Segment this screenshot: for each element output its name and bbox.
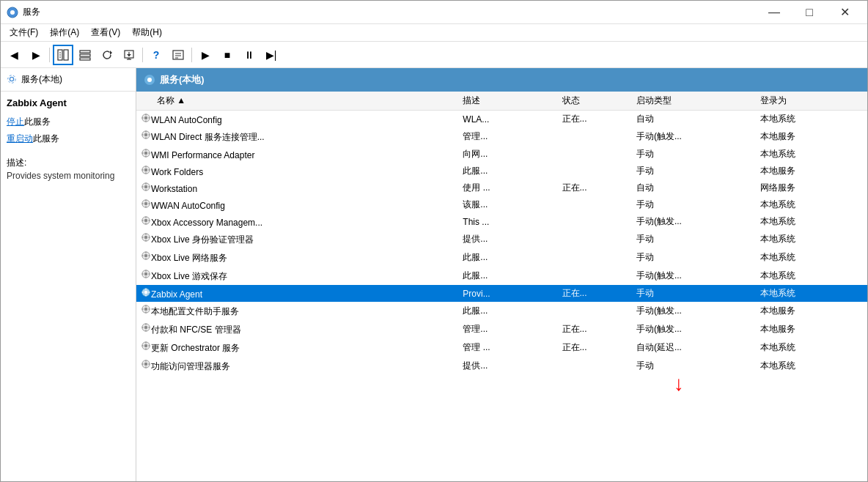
table-row[interactable]: 本地配置文件助手服务此服...手动(触发...本地服务 <box>136 302 867 320</box>
service-desc: This ... <box>458 213 557 230</box>
table-row[interactable]: Workstation使用 ...正在...自动网络服务 <box>136 179 867 196</box>
service-status <box>558 248 632 267</box>
svg-rect-2 <box>12 7 13 10</box>
menu-action[interactable]: 操作(A) <box>44 25 85 40</box>
content-header-icon <box>144 74 155 86</box>
pause-button[interactable]: ⏸ <box>239 45 260 65</box>
service-status <box>558 302 632 320</box>
service-icon <box>141 306 151 316</box>
service-status <box>558 357 632 375</box>
view-toggle-button[interactable] <box>75 45 95 65</box>
table-row[interactable]: Xbox Live 游戏保存此服...手动(触发...本地系统 <box>136 267 867 285</box>
service-status <box>558 196 632 213</box>
stop-button[interactable]: ■ <box>217 45 238 65</box>
sidebar-desc-label: 描述: <box>7 157 130 169</box>
service-status: 正在... <box>558 338 632 357</box>
service-icon <box>141 253 151 263</box>
svg-point-47 <box>144 168 147 171</box>
menu-help[interactable]: 帮助(H) <box>126 25 168 40</box>
play-button[interactable]: ▶ <box>195 45 216 65</box>
service-desc: 提供... <box>458 230 557 248</box>
restart-service-link[interactable]: 重启动 <box>7 133 33 144</box>
svg-rect-12 <box>80 54 90 56</box>
col-header-startup[interactable]: 启动类型 <box>632 92 756 111</box>
svg-point-83 <box>144 272 147 275</box>
svg-rect-5 <box>15 12 18 13</box>
table-row[interactable]: WWAN AutoConfig该服...手动本地系统 <box>136 196 867 213</box>
toolbar-separator-1 <box>49 48 50 62</box>
console-tree-button[interactable] <box>53 45 73 65</box>
window-title: 服务 <box>23 6 757 18</box>
table-row[interactable]: WLAN AutoConfigWLA...正在...自动本地系统 <box>136 111 867 128</box>
service-login: 本地系统 <box>756 146 867 163</box>
service-name: WMI Performance Adapter <box>151 150 254 160</box>
resume-button[interactable]: ▶| <box>261 45 282 65</box>
svg-rect-3 <box>12 15 13 18</box>
back-button[interactable]: ◀ <box>4 45 24 65</box>
col-header-login[interactable]: 登录为 <box>756 92 867 111</box>
service-icon <box>141 201 151 211</box>
minimize-button[interactable]: — <box>757 1 791 24</box>
table-row[interactable]: Xbox Live 身份验证管理器提供...手动本地系统 <box>136 230 867 248</box>
svg-point-65 <box>144 219 147 222</box>
service-login: 本地系统 <box>756 230 867 248</box>
toolbar: ◀ ▶ <box>1 42 867 68</box>
service-name: Work Folders <box>151 167 203 177</box>
service-login: 本地服务 <box>756 163 867 179</box>
menu-file[interactable]: 文件(F) <box>4 25 44 40</box>
import-button[interactable] <box>119 45 139 65</box>
service-login: 本地服务 <box>756 320 867 338</box>
service-startup: 自动 <box>632 111 756 128</box>
sidebar-gear-icon <box>7 74 18 86</box>
menu-view[interactable]: 查看(V) <box>85 25 126 40</box>
stop-service-link-container: 停止此服务 <box>7 116 130 128</box>
service-startup: 手动 <box>632 196 756 213</box>
menu-bar: 文件(F) 操作(A) 查看(V) 帮助(H) <box>1 24 867 42</box>
svg-marker-14 <box>110 51 112 55</box>
table-row[interactable]: WMI Performance Adapter向网...手动本地系统 <box>136 146 867 163</box>
sidebar-header: 服务(本地) <box>1 68 136 92</box>
svg-rect-7 <box>64 50 68 60</box>
svg-point-35 <box>144 133 147 136</box>
table-row[interactable]: 功能访问管理器服务提供...手动本地系统 <box>136 357 867 375</box>
svg-rect-11 <box>80 51 90 53</box>
table-row[interactable]: 付款和 NFC/SE 管理器管理...正在...手动(触发...本地服务 <box>136 320 867 338</box>
svg-point-1 <box>10 10 15 15</box>
restart-service-link-container: 重启动此服务 <box>7 133 130 145</box>
service-status <box>558 146 632 163</box>
table-row[interactable]: Xbox Live 网络服务此服...手动本地系统 <box>136 248 867 267</box>
svg-point-113 <box>144 363 147 366</box>
table-row[interactable]: Work Folders此服...手动本地服务 <box>136 163 867 179</box>
table-row[interactable]: 更新 Orchestrator 服务管理 ...正在...自动(延迟...本地系… <box>136 338 867 357</box>
service-icon <box>141 218 151 228</box>
service-login: 本地系统 <box>756 357 867 375</box>
maximize-button[interactable]: □ <box>792 1 826 24</box>
service-desc: 此服... <box>458 163 557 179</box>
help-button[interactable]: ? <box>146 45 166 65</box>
service-icon <box>141 234 151 245</box>
properties-button[interactable] <box>168 45 188 65</box>
service-login: 本地系统 <box>756 213 867 230</box>
table-row[interactable]: Xbox Accessory Managem...This ...手动(触发..… <box>136 213 867 230</box>
forward-button[interactable]: ▶ <box>26 45 46 65</box>
service-name: Xbox Live 网络服务 <box>151 253 227 263</box>
service-startup: 手动(触发... <box>632 213 756 230</box>
service-desc: 此服... <box>458 248 557 267</box>
col-header-status[interactable]: 状态 <box>558 92 632 111</box>
service-icon <box>141 184 151 194</box>
close-button[interactable]: ✕ <box>828 1 861 24</box>
col-header-desc[interactable]: 描述 <box>458 92 557 111</box>
svg-point-101 <box>144 326 147 329</box>
refresh-button[interactable] <box>97 45 117 65</box>
service-name: WLAN AutoConfig <box>151 115 222 125</box>
table-row[interactable]: WLAN Direct 服务连接管理...管理...手动(触发...本地服务 <box>136 127 867 146</box>
service-startup: 手动(触发... <box>632 267 756 285</box>
main-area: 服务(本地) Zabbix Agent 停止此服务 重启动此服务 描述: Pro… <box>1 68 867 481</box>
service-desc: 管理... <box>458 320 557 338</box>
col-header-name[interactable]: 名称 ▲ <box>136 92 458 111</box>
service-desc: Provi... <box>458 285 557 302</box>
service-desc: 管理... <box>458 127 557 146</box>
table-row[interactable]: Zabbix AgentProvi...正在...手动本地系统 <box>136 285 867 302</box>
stop-service-link[interactable]: 停止 <box>7 116 24 127</box>
table-container[interactable]: 名称 ▲ 描述 状态 启动类型 登录为 WLAN AutoConfigWLA..… <box>136 92 867 481</box>
